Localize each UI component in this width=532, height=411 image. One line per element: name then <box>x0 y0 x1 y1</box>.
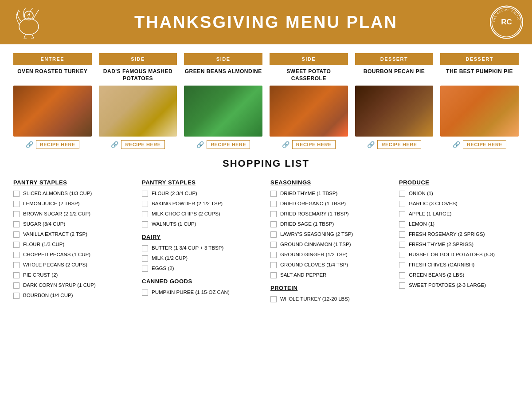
recipe-link-2[interactable]: 🔗 RECIPE HERE <box>196 140 250 149</box>
shopping-item: WALNUTS (1 CUP) <box>142 221 262 227</box>
checkbox[interactable] <box>13 252 20 258</box>
checkbox[interactable] <box>13 201 20 207</box>
link-icon-2: 🔗 <box>196 141 204 148</box>
shopping-item: FLOUR (1/3 CUP) <box>13 241 133 248</box>
checkbox[interactable] <box>13 231 20 238</box>
checkbox[interactable] <box>270 231 277 238</box>
item-text: APPLE (1 LARGE) <box>409 211 452 217</box>
checkbox[interactable] <box>142 290 148 296</box>
checkbox[interactable] <box>142 255 148 262</box>
checkbox[interactable] <box>13 262 20 268</box>
checkbox[interactable] <box>399 272 405 278</box>
shopping-item: GROUND CLOVES (1/4 TSP) <box>270 262 390 268</box>
checkbox[interactable] <box>270 191 277 197</box>
checkbox[interactable] <box>142 245 148 251</box>
item-text: FRESH CHIVES (GARNISH) <box>409 262 474 268</box>
checkbox[interactable] <box>270 221 277 227</box>
menu-card-image-4 <box>355 86 434 137</box>
item-text: SWEET POTATOES (2-3 LARGE) <box>409 282 486 289</box>
item-text: SALT AND PEPPER <box>280 272 326 278</box>
checkbox[interactable] <box>13 293 20 299</box>
shopping-item: DRIED OREGANO (1 TBSP) <box>270 200 390 207</box>
checkbox[interactable] <box>142 221 148 227</box>
checkbox[interactable] <box>270 262 277 268</box>
item-text: MILK CHOC CHIPS (2 CUPS) <box>152 211 220 217</box>
menu-card-badge-2: SIDE <box>184 53 262 65</box>
item-text: LEMON JUICE (2 TBSP) <box>23 200 80 207</box>
checkbox[interactable] <box>13 211 20 217</box>
checkbox[interactable] <box>142 266 148 272</box>
item-text: BUTTER (1 3/4 CUP + 3 TBSP) <box>152 245 223 251</box>
recipe-link-5[interactable]: 🔗 RECIPE HERE <box>453 140 506 149</box>
menu-card-4: DESSERT BOURBON PECAN PIE 🔗 RECIPE HERE <box>355 53 434 149</box>
recipe-link-4[interactable]: 🔗 RECIPE HERE <box>367 140 421 149</box>
checkbox[interactable] <box>399 191 405 197</box>
checkbox[interactable] <box>399 252 405 258</box>
shopping-item: SWEET POTATOES (2-3 LARGE) <box>399 282 519 289</box>
checkbox[interactable] <box>142 201 148 207</box>
shopping-item: FRESH CHIVES (GARNISH) <box>399 262 519 268</box>
link-icon-5: 🔗 <box>453 141 460 148</box>
shopping-cat-title-2-1: PROTEIN <box>270 285 390 291</box>
shopping-col-1: PANTRY STAPLES FLOUR (2 3/4 CUP) BAKING … <box>142 179 262 299</box>
checkbox[interactable] <box>399 282 405 289</box>
item-text: LEMON (1) <box>409 221 434 227</box>
checkbox[interactable] <box>399 221 405 227</box>
checkbox[interactable] <box>13 272 20 278</box>
shopping-item: DRIED THYME (1 TBSP) <box>270 190 390 197</box>
item-text: SUGAR (3/4 CUP) <box>23 221 65 227</box>
checkbox[interactable] <box>270 242 277 248</box>
item-text: SLICED ALMONDS (1/3 CUP) <box>23 190 92 197</box>
menu-card-title-1: DAD'S FAMOUS MASHED POTATOES <box>99 68 177 82</box>
shopping-item: WHOLE PECANS (2 CUPS) <box>13 262 133 268</box>
checkbox[interactable] <box>13 221 20 227</box>
shopping-item: EGGS (2) <box>142 265 262 272</box>
checkbox[interactable] <box>142 191 148 197</box>
checkbox[interactable] <box>270 296 277 302</box>
menu-card-title-0: OVEN ROASTED TURKEY <box>17 68 87 82</box>
menu-card-title-4: BOURBON PECAN PIE <box>364 68 425 82</box>
link-icon-4: 🔗 <box>367 141 375 148</box>
checkbox[interactable] <box>270 272 277 278</box>
shopping-cat-title-3-0: PRODUCE <box>399 179 519 186</box>
menu-card-5: DESSERT THE BEST PUMPKIN PIE 🔗 RECIPE HE… <box>440 53 519 149</box>
checkbox[interactable] <box>399 231 405 238</box>
shopping-item: GROUND CINNAMON (1 TSP) <box>270 241 390 248</box>
menu-card-image-1 <box>99 86 177 137</box>
menu-card-1: SIDE DAD'S FAMOUS MASHED POTATOES 🔗 RECI… <box>99 53 177 149</box>
item-text: RUSSET OR GOLD POTATOES (6-8) <box>409 251 495 258</box>
checkbox[interactable] <box>399 262 405 268</box>
item-text: FLOUR (1/3 CUP) <box>23 241 64 248</box>
menu-card-3: SIDE SWEET POTATO CASSEROLE 🔗 RECIPE HER… <box>270 53 348 149</box>
item-text: EGGS (2) <box>152 265 174 272</box>
checkbox[interactable] <box>13 282 20 289</box>
turkey-illustration <box>9 4 49 40</box>
item-text: DRIED THYME (1 TBSP) <box>280 190 337 197</box>
item-text: WHOLE PECANS (2 CUPS) <box>23 262 87 268</box>
menu-card-image-5 <box>440 86 519 137</box>
item-text: FRESH THYME (2 SPRIGS) <box>409 241 473 248</box>
checkbox[interactable] <box>399 242 405 248</box>
checkbox[interactable] <box>399 211 405 217</box>
item-text: DRIED ROSEMARY (1 TBSP) <box>280 211 349 217</box>
recipe-link-1[interactable]: 🔗 RECIPE HERE <box>111 140 164 149</box>
svg-point-0 <box>19 19 39 35</box>
shopping-item: DRIED SAGE (1 TBSP) <box>270 221 390 227</box>
menu-card-2: SIDE GREEN BEANS ALMONDINE 🔗 RECIPE HERE <box>184 53 262 149</box>
item-text: DRIED OREGANO (1 TBSP) <box>280 200 346 207</box>
shopping-item: GROUND GINGER (1/2 TSP) <box>270 251 390 258</box>
shopping-item: DARK CORYN SYRUP (1 CUP) <box>13 282 133 289</box>
checkbox[interactable] <box>270 252 277 258</box>
recipe-link-0[interactable]: 🔗 RECIPE HERE <box>26 140 79 149</box>
checkbox[interactable] <box>13 242 20 248</box>
recipe-link-3[interactable]: 🔗 RECIPE HERE <box>282 140 336 149</box>
shopping-cat-title-1-2: CANNED GOODS <box>142 278 262 285</box>
item-text: FRESH ROSEMARY (2 SPRIGS) <box>409 231 485 238</box>
checkbox[interactable] <box>270 201 277 207</box>
checkbox[interactable] <box>13 191 20 197</box>
item-text: WALNUTS (1 CUP) <box>152 221 196 227</box>
item-text: MILK (1/2 CUP) <box>152 255 188 262</box>
checkbox[interactable] <box>270 211 277 217</box>
checkbox[interactable] <box>142 211 148 217</box>
checkbox[interactable] <box>399 201 405 207</box>
